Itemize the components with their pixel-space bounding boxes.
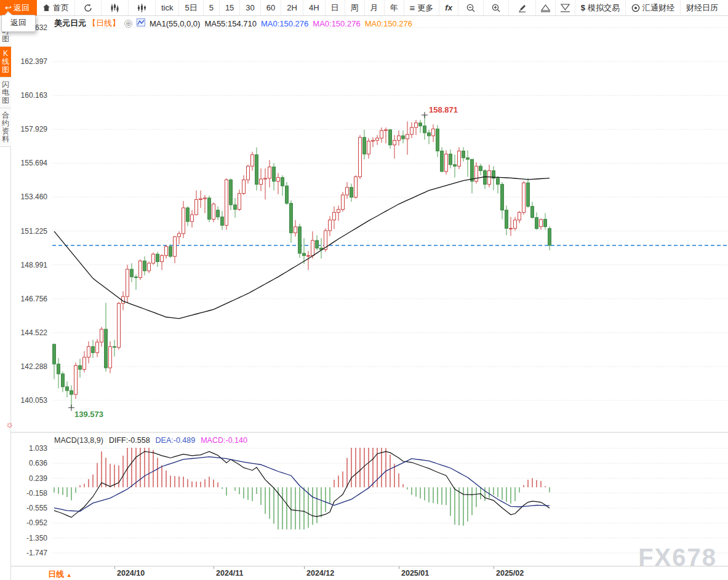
svg-text:153.460: 153.460 xyxy=(21,193,48,201)
svg-text:160.163: 160.163 xyxy=(21,91,48,100)
svg-text:-0.952: -0.952 xyxy=(26,518,47,527)
period-month-button[interactable]: 月 xyxy=(365,0,385,15)
period-2h-button[interactable]: 2H xyxy=(281,0,303,15)
date-label: 2024/11 xyxy=(216,569,244,578)
svg-text:155.694: 155.694 xyxy=(21,159,48,167)
period-week-button[interactable]: 周 xyxy=(345,0,365,15)
huitong-finance-button[interactable]: 汇通财经 xyxy=(626,0,681,15)
svg-text:-0.555: -0.555 xyxy=(26,504,47,512)
period-60m-button[interactable]: 60 xyxy=(261,0,281,15)
svg-text:-0.158: -0.158 xyxy=(26,489,47,498)
candles-layer xyxy=(53,115,551,408)
time-axis-bar: 日线 ▲ 2024/102024/112024/122025/012025/02 xyxy=(11,566,728,580)
kline-chart-icon xyxy=(110,4,119,12)
macd-legend: MACD(13,8,9) DIFF:-0.558 DEA:-0.489 MACD… xyxy=(54,436,247,445)
huitong-logo-icon xyxy=(631,4,640,12)
volume-chart-icon xyxy=(137,4,146,12)
sidebar-item-contract-info[interactable]: 合约资料 xyxy=(0,108,11,147)
svg-text:140.053: 140.053 xyxy=(21,396,48,405)
ma55-value: MA55:154.710 xyxy=(204,19,257,28)
menu-icon: ≡ xyxy=(410,2,415,13)
month-tick xyxy=(494,566,494,569)
month-tick xyxy=(214,566,214,569)
period-30m-button[interactable]: 30 xyxy=(240,0,260,15)
svg-text:151.225: 151.225 xyxy=(21,227,48,236)
period-5d-button[interactable]: 5日 xyxy=(179,0,203,15)
svg-text:0.636: 0.636 xyxy=(29,459,47,467)
indicator-mini-icon xyxy=(137,18,145,28)
back-tooltip: 返回 xyxy=(1,15,36,32)
main-gridlines: 164.632162.397160.163157.929155.694153.4… xyxy=(21,23,728,405)
macd-dea-value: DEA:-0.489 xyxy=(156,436,196,445)
macd-macd-value: MACD:-0.140 xyxy=(201,436,247,445)
period-arrow-icon: ▲ xyxy=(66,572,72,578)
svg-text:162.397: 162.397 xyxy=(21,57,48,66)
main-chart-svg[interactable]: 164.632162.397160.163157.929155.694153.4… xyxy=(0,0,728,580)
period-day-button[interactable]: 日 xyxy=(326,0,345,15)
volume-chart-button[interactable] xyxy=(129,0,156,15)
macd-params: MACD(13,8,9) xyxy=(54,436,103,445)
simulated-trading-button[interactable]: $ 模拟交易 xyxy=(575,0,626,15)
sidebar-item-lightning-chart[interactable]: 闪电图 xyxy=(0,77,11,108)
main-chart-legend: 美元日元 【日线】 ⊕ MA1(55,0,0,0) MA55:154.710 M… xyxy=(54,18,412,29)
svg-text:-1.747: -1.747 xyxy=(26,549,47,557)
date-label: 2024/12 xyxy=(306,569,334,578)
macd-diff-value: DIFF:-0.558 xyxy=(109,436,150,445)
home-button[interactable]: 首页 xyxy=(37,0,75,15)
ma0-value-magenta: MA0:150.276 xyxy=(313,19,360,28)
refresh-button[interactable] xyxy=(75,0,102,15)
svg-text:142.288: 142.288 xyxy=(21,362,48,371)
price-annotations: 158.871139.573 xyxy=(68,105,458,419)
triangle-up-icon xyxy=(540,4,551,12)
indicator-settings-icon[interactable]: ☼ xyxy=(6,419,14,429)
macd-diff-line xyxy=(54,451,550,517)
svg-text:144.522: 144.522 xyxy=(21,328,48,337)
flag-up-button[interactable] xyxy=(536,0,556,15)
period-year-button[interactable]: 年 xyxy=(385,0,404,15)
add-indicator-icon[interactable]: ⊕ xyxy=(124,20,132,28)
app-window: 164.632162.397160.163157.929155.694153.4… xyxy=(0,0,728,580)
chart-type-sidebar: 分时图 K线图 闪电图 合约资料 xyxy=(0,16,11,580)
svg-text:1.033: 1.033 xyxy=(29,444,47,453)
svg-text:148.991: 148.991 xyxy=(21,261,48,269)
svg-text:146.756: 146.756 xyxy=(21,295,48,303)
ma0-value-blue: MA0:150.276 xyxy=(261,19,308,28)
draw-tool-button[interactable] xyxy=(509,0,536,15)
finance-calendar-button[interactable]: 财经日历 xyxy=(681,0,724,15)
ma0-value-orange: MA0:150.276 xyxy=(365,19,412,28)
date-label: 2024/10 xyxy=(117,569,145,578)
month-tick xyxy=(114,566,115,569)
macd-dea-line xyxy=(54,457,550,512)
ma1-params: MA1(55,0,0,0) xyxy=(150,19,200,28)
home-icon xyxy=(42,4,50,12)
svg-text:157.929: 157.929 xyxy=(21,125,48,133)
sidebar-item-kline-chart[interactable]: K线图 xyxy=(0,47,11,77)
indicator-fx-button[interactable]: fx xyxy=(439,0,458,15)
svg-text:-1.350: -1.350 xyxy=(26,534,47,542)
period-5m-button[interactable]: 5 xyxy=(204,0,220,15)
flag-down-button[interactable] xyxy=(556,0,575,15)
zoom-out-icon xyxy=(466,4,475,12)
date-label: 2025/01 xyxy=(401,569,429,578)
kline-chart-button[interactable] xyxy=(102,0,129,15)
zoom-in-icon xyxy=(492,4,500,12)
zoom-out-button[interactable] xyxy=(458,0,484,15)
month-tick xyxy=(399,566,399,569)
tick-button[interactable]: tick xyxy=(156,0,180,15)
more-button[interactable]: ≡ 更多 xyxy=(404,0,440,15)
interval-label: 【日线】 xyxy=(88,18,120,29)
toolbar: ↩ 返回 首页 tick 5日 5 15 30 60 2H 4H 日 周 月 年… xyxy=(0,0,728,16)
month-tick xyxy=(304,566,305,569)
dollar-icon: $ xyxy=(581,3,585,12)
symbol-name: 美元日元 xyxy=(54,18,86,29)
zoom-in-button[interactable] xyxy=(484,0,509,15)
refresh-icon xyxy=(84,4,92,12)
period-selector[interactable]: 日线 ▲ xyxy=(48,569,72,580)
svg-text:139.573: 139.573 xyxy=(74,410,103,419)
pencil-icon xyxy=(518,4,527,12)
period-15m-button[interactable]: 15 xyxy=(220,0,240,15)
period-4h-button[interactable]: 4H xyxy=(303,0,326,15)
date-label: 2025/02 xyxy=(496,569,524,578)
svg-text:0.239: 0.239 xyxy=(29,474,47,483)
svg-text:158.871: 158.871 xyxy=(429,105,458,114)
